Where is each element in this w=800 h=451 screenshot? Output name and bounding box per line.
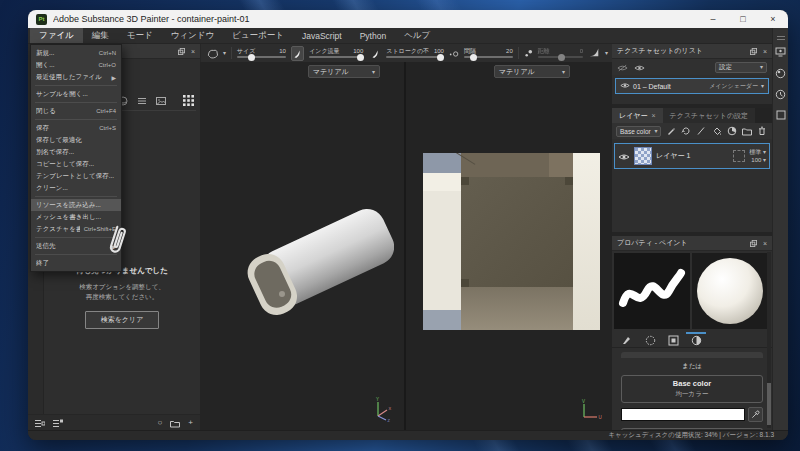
menu-item-new[interactable]: 新規...Ctrl+N [31,47,121,59]
add-mask-icon[interactable] [711,125,722,137]
menu-item-recent-files[interactable]: 最近使用したファイル▶ [31,71,121,83]
menu-item-open-sample[interactable]: サンプルを開く... [31,88,121,100]
add-fill-layer-icon[interactable] [681,125,692,137]
shader-settings-icon[interactable] [775,67,787,79]
flow-value[interactable]: 100 [353,48,363,54]
smart-material-icon[interactable] [726,125,737,137]
2d-material-dropdown[interactable]: マテリアル ▾ [494,65,570,78]
menu-mode[interactable]: モード [118,28,162,43]
menu-item-save-optimize[interactable]: 保存して最適化 [31,134,121,146]
filter-textures-icon[interactable] [156,92,166,110]
menu-item-clean[interactable]: クリーン... [31,182,121,194]
chevron-down-icon[interactable]: ▾ [605,50,608,56]
tab-texture-set-settings[interactable]: テクスチャセットの設定 [663,108,755,123]
scrollbar-thumb[interactable] [767,383,771,425]
add-paint-layer-icon[interactable] [665,125,676,137]
history-icon[interactable] [775,88,787,100]
spacing-slider[interactable] [464,56,513,58]
slider-knob[interactable] [437,54,444,61]
menu-item-save-as-template[interactable]: テンプレートとして保存... [31,170,121,182]
popout-icon[interactable] [750,240,757,247]
tab-brush-icon[interactable] [617,333,637,347]
menu-file[interactable]: ファイル [30,28,83,43]
flow-slider[interactable] [309,56,363,58]
minimize-button[interactable]: – [698,10,728,28]
tab-layers[interactable]: レイヤー× [612,108,663,123]
tab-material-icon[interactable] [686,333,706,347]
menu-item-close[interactable]: 閉じるCtrl+F4 [31,105,121,117]
mask-placeholder[interactable] [733,150,745,162]
blend-mode-dropdown[interactable]: 標準 ▾ [749,149,766,155]
slider-knob[interactable] [470,54,477,61]
popout-icon[interactable] [178,48,185,55]
brush-tip-icon[interactable] [368,46,381,61]
chevron-down-icon[interactable]: ▾ [223,50,226,56]
menu-item-import-resources[interactable]: リソースを読み込み... [31,199,121,211]
layer-opacity-dropdown[interactable]: 100 ▾ [751,157,766,163]
layer-name[interactable]: レイヤー 1 [656,151,729,161]
blend-channel-dropdown[interactable]: Base color▾ [616,126,661,137]
texture-set-settings-dropdown[interactable]: 設定▾ [715,62,767,73]
list-view-icon[interactable] [35,414,45,432]
texture-set-panel-icon[interactable] [775,109,787,121]
detail-view-icon[interactable] [53,414,63,432]
eye-icon[interactable] [618,147,630,165]
eye-disabled-icon[interactable] [617,58,628,76]
menu-edit[interactable]: 編集 [83,28,118,43]
2d-viewport[interactable]: マテリアル ▾ V U [406,62,612,430]
clear-search-button[interactable]: 検索をクリア [85,311,160,329]
falloff-curve-icon[interactable] [588,44,600,62]
stroke-preview[interactable] [614,253,690,329]
layer-row[interactable]: レイヤー 1 標準 ▾ 100 ▾ [614,143,770,169]
add-resource-icon[interactable]: + [188,419,193,427]
maximize-button[interactable]: □ [728,10,758,28]
eye-icon[interactable] [634,58,645,76]
spacing-value[interactable]: 20 [506,48,513,54]
menu-item-save-as-copy[interactable]: コピーとして保存... [31,158,121,170]
brush-preset-button[interactable] [291,46,304,61]
layer-thumbnail[interactable] [634,147,652,165]
menu-viewport[interactable]: ビューポート [223,28,293,43]
delete-layer-icon[interactable] [757,125,768,137]
menu-window[interactable]: ウィンドウ [162,28,224,43]
close-icon[interactable]: × [763,48,767,55]
close-icon[interactable]: × [763,240,767,247]
display-settings-icon[interactable] [775,46,787,58]
color-swatch[interactable] [621,408,745,421]
popout-icon[interactable] [750,48,757,55]
grid-view-icon[interactable] [183,92,194,110]
add-folder-icon[interactable] [742,125,753,137]
texture-set-item[interactable]: 01 – Default メインシェーダー ▾ [615,78,769,94]
slider-knob[interactable] [357,54,364,61]
size-slider[interactable] [237,56,286,58]
3d-material-dropdown[interactable]: マテリアル ▾ [308,65,380,78]
properties-scrollbar[interactable] [767,252,771,428]
close-icon[interactable]: × [191,48,195,55]
menu-javascript[interactable]: JavaScript [293,28,351,43]
tab-stencil-icon[interactable] [663,333,683,347]
menu-item-open[interactable]: 開く...Ctrl+O [31,59,121,71]
collapsed-section[interactable] [621,352,763,358]
close-button[interactable]: × [758,10,788,28]
stencil-tool-icon[interactable] [205,46,218,61]
material-sphere-preview[interactable] [692,253,768,329]
eye-icon[interactable] [620,82,630,90]
new-folder-icon[interactable] [170,414,180,432]
menu-item-save[interactable]: 保存Ctrl+S [31,122,121,134]
dock-handle[interactable] [777,36,785,37]
add-effect-icon[interactable] [696,125,707,137]
stroke-opacity-slider[interactable] [386,56,444,58]
slider-knob[interactable] [248,54,255,61]
menu-help[interactable]: ヘルプ [395,28,439,43]
size-value[interactable]: 10 [279,48,286,54]
tab-alpha-icon[interactable] [640,333,660,347]
filter-smart-materials-icon[interactable] [137,92,147,110]
menu-item-save-as[interactable]: 別名で保存... [31,146,121,158]
eyedropper-icon[interactable] [748,407,763,422]
titlebar[interactable]: Pt Adobe Substance 3D Painter - containe… [28,10,788,28]
shader-label[interactable]: メインシェーダー [709,82,758,91]
base-color-box[interactable]: Base color 均一カラー [621,375,763,403]
menu-python[interactable]: Python [351,28,395,43]
close-icon[interactable]: × [652,112,656,119]
3d-viewport[interactable]: マテリアル ▾ Y X [200,62,404,430]
